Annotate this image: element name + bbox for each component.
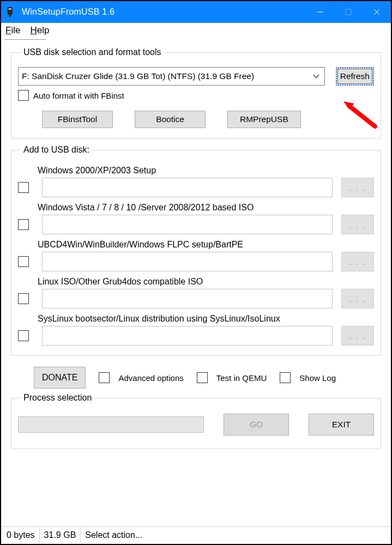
options-row: DONATE Advanced options Test in QEMU Sho… [34,367,376,389]
entry-path-input[interactable] [42,252,333,271]
status-bytes: 0 bytes [2,527,40,543]
usb-selection-group: USB disk selection and format tools F: S… [11,47,381,138]
entry-path-input[interactable] [42,178,333,197]
status-bar: 0 bytes 31.9 GB Select action... [2,526,390,543]
entry-path-input[interactable] [42,215,333,234]
browse-button[interactable]: . . . [341,289,374,308]
entry-syslinux: SysLinux bootsector/Linux distribution u… [18,314,374,346]
svg-rect-0 [8,7,13,15]
entry-label: UBCD4Win/WinBuilder/Windows FLPC setup/B… [38,240,374,250]
browse-button[interactable]: . . . [341,178,374,197]
window-title: WinSetupFromUSB 1.6 [22,7,114,17]
donate-button[interactable]: DONATE [34,367,86,389]
auto-format-label: Auto format it with FBinst [33,91,124,100]
title-bar: WinSetupFromUSB 1.6 [1,1,391,23]
usb-disk-value: F: SanDisk Cruzer Glide (31.9 GB Tot) (N… [22,71,254,81]
entry-checkbox[interactable] [18,256,29,267]
entry-label: Windows Vista / 7 / 8 / 10 /Server 2008/… [38,203,374,213]
entry-path-input[interactable] [42,289,333,308]
browse-button[interactable]: . . . [341,326,374,346]
status-action: Select action... [81,527,390,543]
app-icon [5,6,17,18]
show-log-label: Show Log [299,373,336,383]
advanced-options-label: Advanced options [118,373,183,383]
add-group-legend: Add to USB disk: [21,145,92,155]
entry-checkbox[interactable] [18,293,29,304]
entry-linux: Linux ISO/Other Grub4dos compatible ISO … [18,277,374,308]
close-button[interactable] [363,1,391,23]
add-to-usb-group: Add to USB disk: Windows 2000/XP/2003 Se… [11,145,381,356]
test-qemu-checkbox[interactable] [197,372,208,383]
test-qemu-label: Test in QEMU [216,373,267,383]
status-size: 31.9 GB [40,527,81,543]
entry-label: SysLinux bootsector/Linux distribution u… [38,314,374,324]
process-group: Process selection GO EXIT [11,393,381,449]
auto-format-checkbox[interactable] [18,90,29,101]
exit-button[interactable]: EXIT [309,414,374,435]
svg-rect-2 [9,9,12,10]
menu-help[interactable]: Help [30,25,49,38]
progress-bar [18,416,204,433]
entry-win2000: Windows 2000/XP/2003 Setup . . . [18,166,374,197]
usb-group-legend: USB disk selection and format tools [21,47,164,57]
entry-path-input[interactable] [42,326,333,346]
entry-ubcd: UBCD4Win/WinBuilder/Windows FLPC setup/B… [18,240,374,271]
entry-checkbox[interactable] [18,219,29,230]
maximize-button [334,1,363,23]
minimize-button[interactable] [306,1,334,23]
entry-vista: Windows Vista / 7 / 8 / 10 /Server 2008/… [18,203,374,234]
go-button[interactable]: GO [224,414,289,435]
bootice-button[interactable]: Bootice [135,111,206,128]
process-legend: Process selection [21,393,94,403]
menu-underline [4,39,46,40]
advanced-options-checkbox[interactable] [99,372,110,383]
entry-label: Windows 2000/XP/2003 Setup [38,166,374,175]
usb-disk-select[interactable]: F: SanDisk Cruzer Glide (31.9 GB Tot) (N… [18,67,325,86]
svg-rect-1 [9,15,11,17]
refresh-button[interactable]: Refresh [336,67,374,86]
entry-checkbox[interactable] [18,330,29,341]
browse-button[interactable]: . . . [341,252,374,271]
fbinst-tool-button[interactable]: FBinstTool [42,111,113,128]
rmprepusb-button[interactable]: RMPrepUSB [227,111,301,128]
chevron-down-icon [312,71,320,81]
svg-rect-4 [346,9,351,15]
menu-bar: File Help [1,23,391,39]
browse-button[interactable]: . . . [341,215,374,234]
show-log-checkbox[interactable] [280,372,291,383]
entry-label: Linux ISO/Other Grub4dos compatible ISO [38,277,374,287]
menu-file[interactable]: File [5,25,20,38]
entry-checkbox[interactable] [18,182,29,193]
